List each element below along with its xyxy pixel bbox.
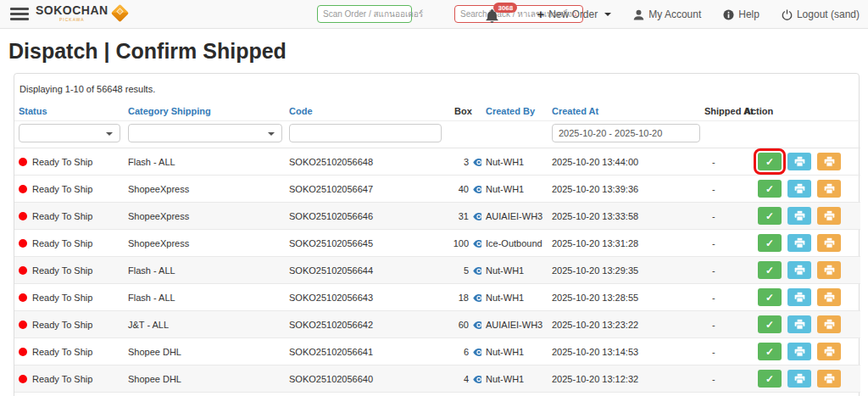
action-cell: ✓ xyxy=(740,365,860,393)
view-boxes-eye-icon[interactable] xyxy=(473,185,481,194)
view-boxes-eye-icon[interactable] xyxy=(473,212,481,221)
category-shipping-cell: J&T - ALL xyxy=(124,311,285,338)
table-row: Ready To ShipShopee DHLSOKO251020566416N… xyxy=(14,338,860,365)
print-document-button[interactable] xyxy=(817,288,841,306)
code-cell: SOKO25102056640 xyxy=(285,365,444,393)
category-shipping-cell: Flash - ALL xyxy=(124,257,285,284)
printer-icon xyxy=(824,237,835,248)
action-cell: ✓ xyxy=(740,257,860,284)
print-label-button[interactable] xyxy=(787,315,811,333)
print-label-button[interactable] xyxy=(787,370,811,388)
print-document-button[interactable] xyxy=(817,370,841,388)
logout-button[interactable]: Logout (sand) xyxy=(782,8,860,20)
dispatch-table: Status Category Shipping Code Box Create… xyxy=(14,101,860,396)
print-label-button[interactable] xyxy=(787,153,811,170)
printer-icon xyxy=(794,237,805,248)
check-icon: ✓ xyxy=(765,374,774,384)
category-filter-select[interactable] xyxy=(128,124,282,142)
print-label-button[interactable] xyxy=(787,343,811,360)
created-by-cell: AUIAIEI-WH3 xyxy=(481,393,548,396)
created-at-cell: 2025-10-20 13:29:35 xyxy=(548,257,700,284)
status-label: Ready To Ship xyxy=(32,347,92,357)
table-row: Ready To ShipShopeeXpressSOKO25102056645… xyxy=(14,230,860,257)
view-boxes-eye-icon[interactable] xyxy=(473,293,481,303)
created-at-cell: 2025-10-20 13:44:00 xyxy=(548,148,700,176)
notifications-button[interactable]: 3068 xyxy=(486,4,515,25)
status-cell: Ready To Ship xyxy=(14,176,124,203)
printer-icon xyxy=(824,319,835,330)
table-row: Ready To ShipShopeeXpressSOKO25102056646… xyxy=(14,203,860,230)
date-range-filter-input[interactable] xyxy=(552,124,700,142)
print-document-button[interactable] xyxy=(817,315,841,333)
print-label-button[interactable] xyxy=(787,288,811,306)
confirm-shipped-button[interactable]: ✓ xyxy=(758,261,782,279)
created-at-cell: 2025-10-20 13:14:53 xyxy=(548,338,700,365)
check-icon: ✓ xyxy=(765,293,774,303)
my-account-button[interactable]: My Account xyxy=(633,8,701,20)
box-cell: 18 xyxy=(444,284,481,311)
scan-order-input[interactable] xyxy=(323,9,435,19)
status-cell: Ready To Ship xyxy=(14,365,124,393)
sort-created-by[interactable]: Created By xyxy=(486,106,535,116)
shipped-at-cell: - xyxy=(700,148,740,176)
view-boxes-eye-icon[interactable] xyxy=(473,321,481,330)
confirm-shipped-button[interactable]: ✓ xyxy=(758,207,782,225)
table-row: Ready To ShipShopee DHLSOKO251020566404N… xyxy=(14,365,860,393)
status-cell: Ready To Ship xyxy=(14,257,124,284)
box-cell: 40 xyxy=(444,176,481,203)
box-cell: 100 xyxy=(444,230,481,257)
view-boxes-eye-icon[interactable] xyxy=(473,266,481,276)
code-filter-input[interactable] xyxy=(289,124,442,142)
print-document-button[interactable] xyxy=(817,180,841,198)
status-label: Ready To Ship xyxy=(32,184,92,194)
print-label-button[interactable] xyxy=(787,207,811,225)
page-title: Dispatch | Confirm Shipped xyxy=(8,39,868,63)
print-label-button[interactable] xyxy=(787,261,811,279)
check-icon: ✓ xyxy=(765,347,774,357)
chevron-down-icon xyxy=(604,13,611,16)
status-label: Ready To Ship xyxy=(32,238,92,248)
confirm-shipped-button[interactable]: ✓ xyxy=(758,288,782,306)
menu-hamburger-icon[interactable] xyxy=(10,8,29,23)
new-order-button[interactable]: + New Order xyxy=(537,8,611,20)
print-label-button[interactable] xyxy=(787,180,811,198)
print-document-button[interactable] xyxy=(817,234,841,252)
table-row: Ready To ShipFlash - ALLSOKO251020566445… xyxy=(14,257,860,284)
confirm-shipped-button[interactable]: ✓ xyxy=(758,315,782,333)
status-dot-icon xyxy=(19,185,27,193)
view-boxes-eye-icon[interactable] xyxy=(473,348,481,357)
sort-created-at[interactable]: Created At xyxy=(552,106,598,116)
notification-count-badge: 3068 xyxy=(493,3,517,13)
print-document-button[interactable] xyxy=(817,261,841,279)
help-button[interactable]: Help xyxy=(723,8,760,20)
shipped-at-cell: - xyxy=(700,365,740,393)
created-by-cell: Nut-WH1 xyxy=(481,284,548,311)
print-document-button[interactable] xyxy=(817,207,841,225)
status-label: Ready To Ship xyxy=(32,374,92,384)
print-document-button[interactable] xyxy=(817,343,841,360)
view-boxes-eye-icon[interactable] xyxy=(473,158,481,167)
table-row: Ready To ShipShopeeXpressSOKO25102056647… xyxy=(14,176,860,203)
confirm-shipped-button[interactable]: ✓ xyxy=(758,153,782,170)
confirm-shipped-button[interactable]: ✓ xyxy=(758,343,782,360)
created-at-cell: 2025-10-20 13:28:55 xyxy=(548,284,700,311)
plus-icon: + xyxy=(537,8,544,20)
sort-status[interactable]: Status xyxy=(19,106,47,116)
view-boxes-eye-icon[interactable] xyxy=(473,375,481,384)
print-label-button[interactable] xyxy=(787,234,811,252)
sort-code[interactable]: Code xyxy=(289,106,313,116)
status-filter-select[interactable] xyxy=(19,124,120,142)
confirm-shipped-button[interactable]: ✓ xyxy=(758,370,782,388)
code-cell: SOKO25102056643 xyxy=(285,284,444,311)
confirm-shipped-button[interactable]: ✓ xyxy=(758,234,782,252)
printer-icon xyxy=(824,373,835,384)
printer-icon xyxy=(794,292,805,303)
print-document-button[interactable] xyxy=(817,153,841,170)
brand-logo[interactable]: SOKOCHAN PICKAWA xyxy=(36,4,126,22)
code-cell: SOKO25102056641 xyxy=(285,338,444,365)
view-boxes-eye-icon[interactable] xyxy=(473,239,481,248)
confirm-shipped-button[interactable]: ✓ xyxy=(758,180,782,198)
box-cell: 31 xyxy=(444,203,481,230)
category-shipping-cell: Flash - ALL xyxy=(124,148,285,176)
sort-category-shipping[interactable]: Category Shipping xyxy=(128,106,211,116)
